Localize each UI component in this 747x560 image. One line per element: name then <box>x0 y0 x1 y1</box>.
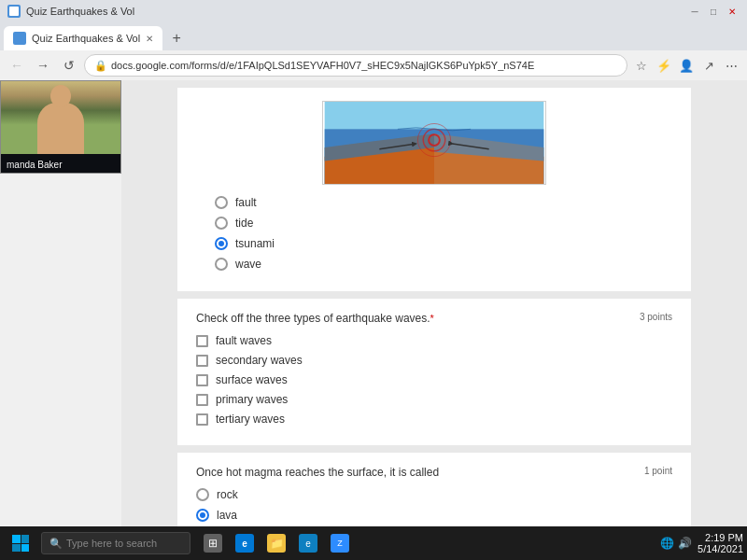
radio-tide-label: tide <box>235 217 253 230</box>
minimize-button[interactable]: ─ <box>687 4 702 19</box>
checkbox-surface-waves-label: surface waves <box>216 373 288 386</box>
file-explorer-icon: 📁 <box>267 534 286 553</box>
question1-text: Check off the three types of earthquake … <box>196 312 632 325</box>
maximize-button[interactable]: □ <box>706 4 721 19</box>
radio-lava-input[interactable] <box>196 509 209 522</box>
webcam-name: manda Baker <box>7 160 62 170</box>
edge-icon: e <box>235 534 254 553</box>
forward-button[interactable]: → <box>32 54 54 77</box>
checkbox-tertiary-waves-label: tertiary waves <box>216 413 285 426</box>
taskbar-clock[interactable]: 2:19 PM 5/14/2021 <box>698 532 743 554</box>
radio-rock-label: rock <box>217 488 238 501</box>
nav-bar: ← → ↺ 🔒 docs.google.com/forms/d/e/1FAIpQ… <box>0 50 747 80</box>
taskbar-search-icon: 🔍 <box>49 538 63 550</box>
tab-label: Quiz Earthquakes & Vol <box>32 33 140 44</box>
zoom-icon: Z <box>331 534 349 553</box>
taskbar-msedge-2[interactable]: e <box>293 526 323 560</box>
tab-close-button[interactable]: ✕ <box>146 34 153 44</box>
checkbox-primary-waves-label: primary waves <box>216 393 288 406</box>
question1-points: 3 points <box>640 312 672 322</box>
radio-rock-input[interactable] <box>196 488 209 501</box>
title-bar: Quiz Earthquakes & Vol ─ □ ✕ <box>0 0 747 22</box>
checkbox-surface-waves-input[interactable] <box>196 374 208 386</box>
task-view-icon: ⊞ <box>204 534 222 553</box>
taskbar-search-text: Type here to search <box>66 538 157 549</box>
webcam-label: manda Baker <box>1 154 120 174</box>
tab-bar: Quiz Earthquakes & Vol ✕ + <box>0 22 747 50</box>
share-icon[interactable]: ↗ <box>698 55 719 76</box>
checkbox-tertiary-waves: tertiary waves <box>196 413 672 426</box>
radio-lava-label: lava <box>217 509 237 522</box>
question-magma: Once hot magma reaches the surface, it i… <box>177 453 691 526</box>
browser-content: manda Baker <box>0 80 747 526</box>
checkbox-tertiary-waves-input[interactable] <box>196 413 208 426</box>
svg-rect-0 <box>9 7 19 16</box>
profile-icon[interactable]: 👤 <box>676 55 697 76</box>
checkbox-primary-waves-input[interactable] <box>196 394 208 406</box>
form-content: fault tide tsunami wave <box>121 80 747 526</box>
checkbox-fault-waves-label: fault waves <box>216 334 272 347</box>
radio-fault-label: fault <box>235 196 257 209</box>
taskbar-right: 🌐 🔊 2:19 PM 5/14/2021 <box>660 532 743 554</box>
start-button[interactable] <box>4 526 37 560</box>
previous-question-options: fault tide tsunami wave <box>196 196 672 271</box>
taskbar-file-explorer[interactable]: 📁 <box>261 526 291 560</box>
browser-favicon <box>7 5 21 18</box>
taskbar-date: 5/14/2021 <box>698 543 743 554</box>
checkbox-surface-waves: surface waves <box>196 373 672 386</box>
network-icon[interactable]: 🌐 <box>660 537 674 550</box>
win-logo-sq2 <box>21 535 30 543</box>
radio-tsunami-label: tsunami <box>235 237 275 250</box>
checkbox-fault-waves: fault waves <box>196 334 672 347</box>
address-bar[interactable]: 🔒 docs.google.com/forms/d/e/1FAIpQLSd1SE… <box>84 54 627 77</box>
image-question-section: fault tide tsunami wave <box>177 88 691 291</box>
browser-action-icons: ☆ ⚡ 👤 ↗ ⋯ <box>631 55 741 76</box>
radio-wave[interactable] <box>215 258 228 271</box>
taskbar-cortana[interactable]: ⊞ <box>198 526 228 560</box>
checkbox-options-q1: fault waves secondary waves surface wave… <box>196 334 672 426</box>
taskbar-zoom[interactable]: Z <box>325 526 355 560</box>
menu-icon[interactable]: ⋯ <box>721 55 741 76</box>
question2-text: Once hot magma reaches the surface, it i… <box>196 466 637 479</box>
radio-tide[interactable] <box>215 217 228 230</box>
win-logo-sq1 <box>12 535 21 543</box>
browser-frame: Quiz Earthquakes & Vol ─ □ ✕ Quiz Earthq… <box>0 0 747 560</box>
earthquake-diagram <box>322 101 546 185</box>
question2-points: 1 point <box>644 466 672 476</box>
reload-button[interactable]: ↺ <box>58 54 80 77</box>
taskbar-edge[interactable]: e <box>230 526 260 560</box>
question1-header: Check off the three types of earthquake … <box>196 312 672 325</box>
active-tab[interactable]: Quiz Earthquakes & Vol ✕ <box>4 26 162 50</box>
radio-fault[interactable] <box>215 196 228 209</box>
taskbar-pinned-apps: ⊞ e 📁 e Z <box>198 526 355 560</box>
radio-option-tide: tide <box>215 217 654 230</box>
taskbar: 🔍 Type here to search ⊞ e 📁 e Z 🌐 🔊 <box>0 526 747 560</box>
radio-option-fault: fault <box>215 196 654 209</box>
checkbox-secondary-waves: secondary waves <box>196 354 672 367</box>
back-button[interactable]: ← <box>6 54 28 77</box>
checkbox-secondary-waves-input[interactable] <box>196 355 208 367</box>
extensions-icon[interactable]: ⚡ <box>654 55 674 76</box>
radio-rock: rock <box>196 488 672 501</box>
tab-favicon <box>13 32 26 45</box>
question-earthquake-waves: Check off the three types of earthquake … <box>177 299 691 445</box>
checkbox-fault-waves-input[interactable] <box>196 335 208 347</box>
question1-required: * <box>430 313 434 324</box>
title-bar-controls: ─ □ ✕ <box>687 4 740 19</box>
new-tab-button[interactable]: + <box>164 26 189 50</box>
address-text: docs.google.com/forms/d/e/1FAIpQLSd1SEYV… <box>111 60 617 71</box>
taskbar-search[interactable]: 🔍 Type here to search <box>41 532 190 554</box>
close-button[interactable]: ✕ <box>725 4 740 19</box>
speaker-icon[interactable]: 🔊 <box>678 537 692 550</box>
msedge2-icon: e <box>299 534 317 553</box>
earthquake-image-container <box>196 101 672 185</box>
windows-logo <box>12 535 29 552</box>
radio-options-q2: rock lava basalt granite <box>196 488 672 526</box>
radio-option-tsunami: tsunami <box>215 237 654 250</box>
radio-wave-label: wave <box>235 258 261 271</box>
radio-lava: lava <box>196 509 672 522</box>
radio-option-wave: wave <box>215 258 654 271</box>
bookmark-icon[interactable]: ☆ <box>631 55 652 76</box>
checkbox-secondary-waves-label: secondary waves <box>216 354 303 367</box>
radio-tsunami[interactable] <box>215 237 228 250</box>
